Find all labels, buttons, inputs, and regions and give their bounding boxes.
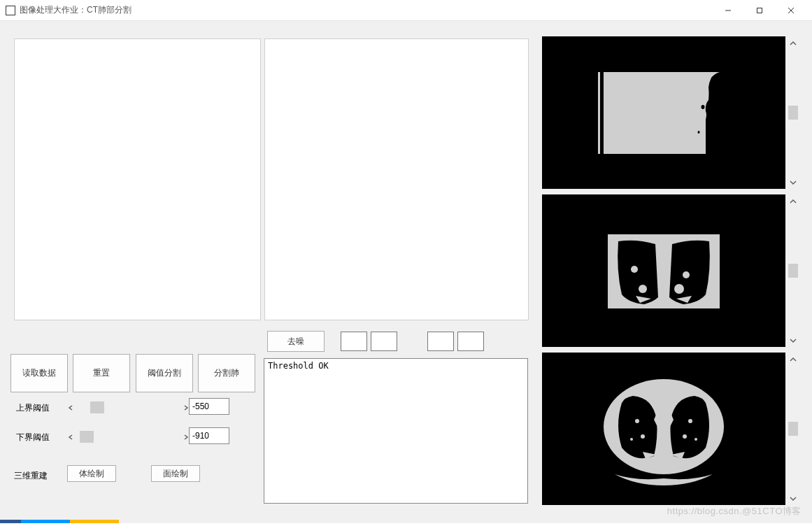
segment-lung-button[interactable]: 分割肺 — [198, 354, 255, 392]
svg-rect-10 — [598, 234, 608, 308]
read-data-button[interactable]: 读取数据 — [10, 354, 68, 392]
slider-track[interactable] — [76, 431, 180, 443]
svg-rect-11 — [720, 234, 729, 308]
reconstruct-3d-label: 三维重建 — [14, 470, 48, 482]
svg-point-15 — [674, 284, 684, 294]
scroll-thumb[interactable] — [788, 422, 798, 436]
titlebar: 图像处理大作业：CT肺部分割 — [0, 0, 812, 21]
minimize-button[interactable] — [712, 0, 743, 20]
svg-rect-1 — [757, 8, 762, 13]
svg-point-20 — [641, 434, 645, 439]
svg-point-6 — [701, 105, 705, 109]
maximize-button[interactable] — [743, 0, 775, 20]
scroll-thumb[interactable] — [788, 106, 798, 120]
scroll-down-icon[interactable] — [788, 492, 799, 504]
scroll-down-icon[interactable] — [788, 334, 799, 346]
log-output[interactable]: Threshold OK — [264, 358, 528, 504]
ct-view-sagittal[interactable] — [542, 36, 785, 189]
ct-view-stack — [542, 36, 801, 520]
svg-point-22 — [688, 419, 692, 423]
lower-threshold-label: 下界阈值 — [16, 432, 50, 443]
denoise-button[interactable]: 去噪 — [267, 331, 325, 352]
ct-view-row-coronal — [542, 194, 801, 347]
svg-point-12 — [631, 266, 638, 273]
threshold-button[interactable]: 阈值分割 — [136, 354, 193, 392]
scroll-up-icon[interactable] — [788, 37, 799, 49]
scroll-up-icon[interactable] — [788, 195, 799, 207]
svg-point-7 — [698, 131, 700, 134]
lower-threshold-slider[interactable] — [64, 431, 192, 443]
ct-axial-scrollbar[interactable] — [785, 353, 801, 505]
scroll-thumb[interactable] — [788, 264, 798, 278]
ct-view-row-axial — [542, 353, 801, 505]
svg-rect-5 — [598, 72, 600, 154]
svg-point-23 — [683, 434, 687, 439]
image-panel-left — [14, 38, 261, 320]
svg-point-13 — [639, 285, 647, 293]
image-panel-right — [264, 38, 529, 320]
slider-left-icon[interactable] — [64, 401, 76, 413]
svg-rect-18 — [661, 431, 667, 456]
param-box-1[interactable] — [341, 332, 367, 351]
slider-thumb[interactable] — [80, 431, 94, 443]
window-title: 图像处理大作业：CT肺部分割 — [20, 4, 131, 16]
upper-threshold-slider[interactable] — [64, 401, 192, 413]
ct-view-row-sagittal — [542, 36, 801, 189]
client-area: 读取数据 重置 阈值分割 分割肺 去噪 Threshold OK 上界阈值 下界… — [0, 21, 812, 523]
ct-sagittal-scrollbar[interactable] — [785, 36, 801, 189]
read-data-label: 读取数据 — [22, 367, 56, 379]
ct-view-coronal[interactable] — [542, 194, 785, 347]
threshold-label: 阈值分割 — [148, 367, 181, 379]
window-controls — [712, 0, 806, 20]
reset-button[interactable]: 重置 — [73, 354, 130, 392]
upper-threshold-input[interactable] — [189, 398, 229, 415]
surface-render-label: 面绘制 — [163, 468, 188, 480]
surface-render-button[interactable]: 面绘制 — [151, 465, 200, 482]
upper-threshold-label: 上界阈值 — [16, 402, 50, 414]
param-box-2[interactable] — [371, 332, 397, 351]
taskbar-peek — [0, 520, 812, 523]
scroll-down-icon[interactable] — [788, 176, 799, 188]
svg-point-19 — [635, 419, 639, 423]
ct-coronal-scrollbar[interactable] — [785, 194, 801, 347]
segment-label: 分割肺 — [214, 367, 239, 379]
param-box-3[interactable] — [427, 332, 454, 351]
app-icon — [6, 6, 15, 15]
svg-point-14 — [683, 271, 690, 278]
volume-render-button[interactable]: 体绘制 — [67, 465, 116, 482]
scroll-up-icon[interactable] — [788, 353, 799, 365]
slider-track[interactable] — [76, 401, 180, 413]
denoise-label: 去噪 — [287, 336, 304, 348]
volume-render-label: 体绘制 — [79, 468, 104, 480]
reset-label: 重置 — [93, 367, 110, 379]
svg-point-21 — [630, 438, 633, 441]
ct-view-axial[interactable] — [542, 353, 785, 505]
param-box-4[interactable] — [457, 332, 484, 351]
slider-left-icon[interactable] — [64, 431, 76, 443]
svg-rect-9 — [598, 234, 729, 308]
close-button[interactable] — [775, 0, 806, 20]
lower-threshold-input[interactable] — [189, 427, 229, 444]
log-text: Threshold OK — [268, 361, 329, 371]
svg-point-24 — [695, 438, 697, 441]
slider-thumb[interactable] — [90, 401, 104, 413]
